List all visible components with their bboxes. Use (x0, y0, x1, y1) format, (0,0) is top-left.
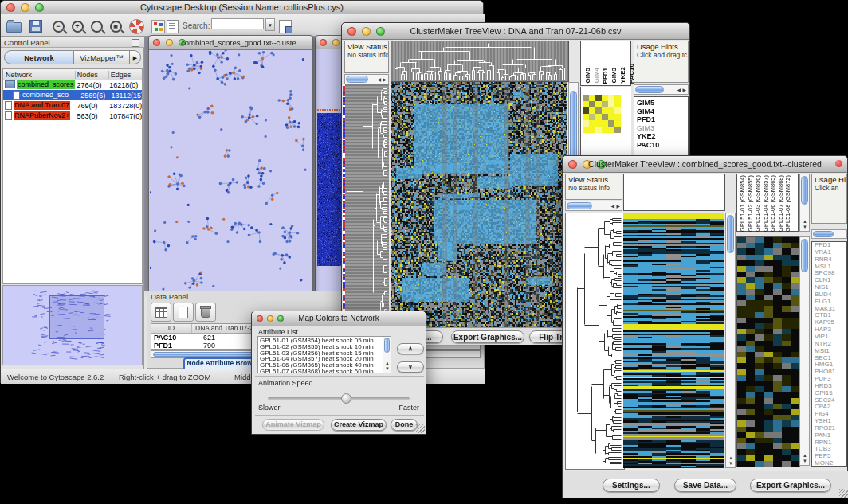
gene-label[interactable]: ELG1 (815, 299, 846, 306)
gene-label[interactable]: GIM5 (637, 99, 688, 107)
hints-hscrollbar[interactable] (811, 229, 847, 239)
attribute-list-item[interactable]: GPL51-01 (GSM854) heat shock 05 min (258, 338, 391, 344)
gene-label[interactable]: FIG4 (815, 411, 846, 418)
heatmap-canvas[interactable] (623, 213, 724, 468)
gene-label[interactable]: MAK31 (815, 306, 846, 313)
gene-label[interactable]: NTR2 (815, 341, 846, 348)
search-dropdown-button[interactable]: ▼ (265, 18, 275, 31)
delete-attribute-button[interactable] (195, 303, 216, 322)
array-column-label[interactable]: PFD1 (602, 68, 609, 84)
network-view-canvas[interactable] (150, 50, 312, 291)
annotation-button[interactable] (163, 18, 181, 35)
network-overview-panel[interactable] (2, 285, 143, 365)
gene-label[interactable]: MON2 (815, 460, 846, 467)
view-status-scrollbar[interactable]: ◀▶ (565, 201, 622, 211)
animate-vizmap-button[interactable]: Animate Vizmap (262, 419, 324, 431)
minimize-button[interactable] (166, 39, 173, 46)
network-window-titlebar[interactable]: combined_scores_good.txt--cluste... (149, 36, 312, 50)
column-dendrogram-panel[interactable] (623, 174, 725, 211)
tab-network[interactable]: Network (4, 50, 74, 64)
float-panel-icon[interactable] (132, 39, 139, 47)
help-button[interactable] (128, 18, 145, 35)
gene-label[interactable]: RPO21 (815, 425, 846, 432)
move-up-button[interactable]: ∧ (397, 343, 424, 354)
network-table-header[interactable]: Network Nodes Edges (3, 69, 142, 80)
array-column-label[interactable]: GPL51-02 (GSM855) (747, 175, 755, 232)
overview-canvas[interactable] (3, 286, 142, 365)
move-down-button[interactable]: ∨ (397, 361, 424, 373)
tab-vizmapper[interactable]: VizMapper™ (74, 50, 130, 64)
gene-label[interactable]: GIM4 (637, 107, 688, 116)
treeview2-titlebar[interactable]: ClusterMaker TreeView : combined_scores_… (563, 156, 847, 173)
array-column-label[interactable]: GPL51-04 (GSM857) (762, 175, 770, 232)
close-button[interactable] (320, 39, 327, 46)
gene-label[interactable]: HRD3 (815, 383, 846, 390)
gene-label[interactable]: VIP1 (815, 334, 846, 341)
attribute-list-scrollbar[interactable]: ▲▼ (383, 336, 391, 373)
gene-label[interactable]: HMG1 (815, 361, 846, 369)
zoom-fit-button[interactable]: ▣ (107, 18, 124, 35)
gene-label[interactable]: YSH1 (815, 418, 846, 425)
network-row-combined-scores[interactable]: combined_scores 2764(0) 16218(0) (3, 80, 142, 90)
zoom-selected-button[interactable] (88, 18, 105, 35)
search-options-button[interactable] (277, 18, 294, 35)
open-file-button[interactable] (5, 18, 22, 35)
gene-label[interactable]: SEC24 (815, 397, 846, 404)
gene-label[interactable]: CPA2 (815, 404, 846, 411)
attribute-list-item[interactable]: GPL51-04 (GSM857) heat shock 20 min (258, 356, 391, 362)
gene-label[interactable]: YKE2 (637, 132, 688, 141)
attribute-list-item[interactable]: GPL51-02 (GSM855) heat shock 10 min (258, 344, 391, 350)
gene-label[interactable]: YRA1 (815, 249, 846, 256)
gene-label[interactable]: RPN1 (815, 440, 846, 447)
gene-label[interactable]: HAP3 (815, 326, 846, 334)
gene-label[interactable]: PFD1 (815, 242, 846, 249)
array-column-label[interactable]: GIM3 (610, 68, 618, 84)
gene-label[interactable]: SPC98 (815, 270, 846, 277)
gene-label[interactable]: SEC1 (815, 355, 846, 362)
save-session-button[interactable] (27, 18, 45, 35)
dialog-titlebar[interactable]: Map Colors to Network (252, 311, 426, 326)
animation-speed-slider[interactable] (268, 397, 410, 400)
gene-label[interactable]: CLN1 (815, 277, 846, 284)
heatmap-vscrollbar[interactable]: ▲▼ (725, 213, 736, 468)
column-dendrogram[interactable] (391, 41, 569, 82)
treeview1-titlebar[interactable]: ClusterMaker TreeView : DNA and Tran 07-… (342, 23, 689, 40)
attribute-list-item[interactable]: GPL51-07 (GSM868) heat shock 60 min (258, 369, 391, 373)
zoom-vscrollbar[interactable]: ▲▼ (799, 236, 810, 466)
close-button[interactable] (153, 39, 160, 46)
gene-label[interactable]: RNR4 (815, 256, 846, 264)
gene-label[interactable]: MSL1 (815, 264, 846, 271)
labels-hscrollbar[interactable]: ◀▶ (634, 84, 689, 95)
new-attribute-button[interactable] (173, 303, 194, 322)
slider-thumb[interactable] (341, 393, 351, 404)
gene-label[interactable]: GTB1 (815, 312, 846, 319)
settings-button[interactable]: Settings... (603, 479, 660, 492)
save-data-button[interactable]: Save Data... (674, 479, 736, 492)
zoom-heatmap-canvas[interactable] (736, 236, 800, 467)
gene-label[interactable]: NIS1 (815, 284, 846, 291)
gene-label[interactable]: PUF3 (815, 376, 846, 383)
main-titlebar[interactable]: Cytoscape Desktop (Session Name: collins… (1, 1, 483, 15)
gene-label[interactable]: MSI1 (815, 348, 846, 355)
gene-label[interactable]: PHO81 (815, 369, 846, 376)
gene-label[interactable]: GIM3 (637, 124, 688, 133)
zoom-in-button[interactable]: + (69, 18, 86, 35)
resize-grip[interactable] (839, 489, 848, 498)
attribute-list[interactable]: GPL51-01 (GSM854) heat shock 05 minGPL51… (257, 336, 391, 373)
network-row-selected[interactable]: combined_sco 2569(6) 13112(15) (3, 90, 142, 100)
attribute-list-item[interactable]: GPL51-03 (GSM856) heat shock 15 min (258, 350, 391, 357)
gene-label[interactable]: PAN1 (815, 432, 846, 440)
tab-overflow-button[interactable]: ▶ (130, 50, 141, 64)
row-dendrogram[interactable] (565, 213, 625, 470)
search-input[interactable] (211, 18, 264, 29)
gene-label[interactable]: GPI16 (815, 390, 846, 397)
network-row-rnapuber[interactable]: RNAPuberNov2+ 563(0) 107847(0) (3, 111, 142, 121)
gene-label[interactable]: PAC10 (637, 141, 688, 150)
zoom-out-button[interactable]: − (49, 18, 67, 35)
gene-label[interactable]: BUD4 (815, 291, 846, 299)
heatmap-canvas[interactable] (391, 82, 567, 327)
array-column-label[interactable]: GPL51-01 (GSM854) (739, 175, 747, 232)
gene-label[interactable]: TCB3 (815, 446, 846, 453)
select-attributes-button[interactable] (151, 303, 171, 322)
done-button[interactable]: Done (391, 419, 418, 431)
